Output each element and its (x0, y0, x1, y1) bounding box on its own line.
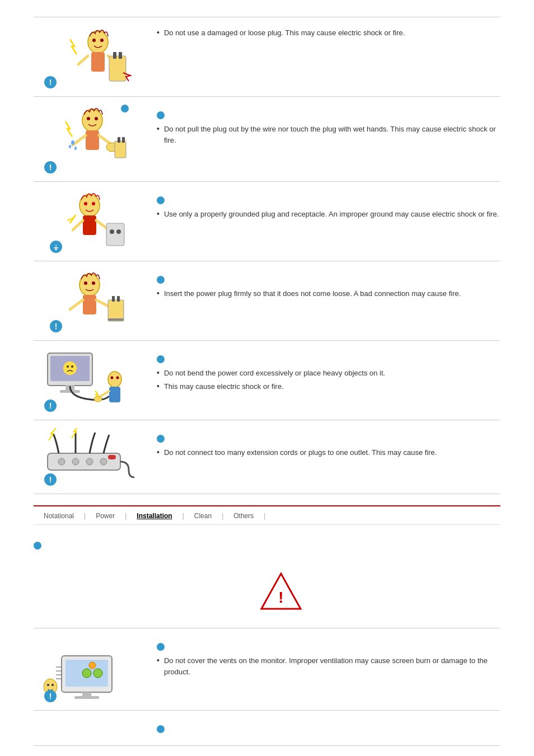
content-col: Do not bend the power cord excessively o… (151, 349, 500, 394)
svg-rect-7 (113, 52, 116, 59)
svg-rect-12 (86, 130, 99, 150)
svg-point-71 (93, 669, 102, 678)
bullet-text: Do not connect too many extension cords … (157, 447, 500, 458)
exclaim-badge: ! (44, 400, 57, 412)
svg-point-58 (100, 458, 107, 465)
svg-rect-38 (112, 296, 115, 302)
svg-point-2 (100, 39, 104, 42)
caution-power-strip-illus: ! (42, 428, 137, 486)
section-row: ! Do not pull the plug out by the wire n… (34, 97, 500, 182)
bullet-text: Do not bend the power cord excessively o… (157, 368, 500, 379)
svg-rect-16 (115, 141, 126, 158)
bullet-text: Do not cover the vents on the monitor. I… (157, 655, 500, 677)
section-row: ! Do not connect too many extension cord… (34, 420, 500, 494)
top-sections: ! Do not use a damaged or loose plug. Th… (34, 17, 500, 494)
exclaim-badge: ! (44, 690, 57, 702)
svg-point-46 (67, 365, 69, 368)
svg-rect-65 (74, 696, 99, 699)
svg-point-56 (72, 458, 79, 465)
content-col (151, 719, 500, 738)
warning-triangle-icon: ! (259, 569, 303, 614)
svg-rect-34 (83, 295, 96, 314)
blue-circle-indicator (121, 105, 129, 112)
nav-item-clean[interactable]: Clean (184, 510, 222, 522)
nav-item-notational[interactable]: Notational (34, 510, 84, 522)
content-col: Do not cover the vents on the monitor. I… (151, 636, 500, 679)
icon-col: ! (34, 25, 146, 88)
content-col: Insert the power plug firmly so that it … (151, 269, 500, 302)
section-row: ⏚ Use only a properly grounded plug and … (34, 182, 500, 261)
icon-col: ⏚ (34, 190, 146, 253)
exclaim-badge: ! (44, 161, 57, 173)
svg-rect-8 (119, 52, 122, 59)
svg-text:!: ! (278, 589, 283, 606)
svg-point-47 (71, 365, 73, 368)
blue-circle-caution (34, 542, 41, 550)
caution-header (34, 536, 500, 555)
nav-bar: Notational | Power | Installation | Clea… (34, 505, 500, 525)
svg-rect-40 (108, 318, 124, 321)
blue-circle-top (157, 643, 165, 651)
nav-item-others[interactable]: Others (223, 510, 264, 522)
svg-point-21 (69, 145, 71, 148)
caution-ground-illus: ⏚ (48, 190, 132, 253)
bullet-text: Insert the power plug firmly so that it … (157, 288, 500, 299)
caution-cord-bend-illus: ! (42, 349, 137, 412)
icon-col: ! (34, 105, 146, 173)
page-container: ! Do not use a damaged or loose plug. Th… (0, 0, 534, 756)
blue-circle-top (157, 355, 165, 363)
svg-point-48 (108, 372, 121, 387)
svg-point-24 (92, 202, 95, 205)
svg-point-32 (84, 281, 87, 285)
svg-point-50 (116, 377, 119, 379)
bullet-text: Do not use a damaged or loose plug. This… (157, 27, 500, 39)
caution-insert-plug-illus: ! (48, 269, 132, 332)
svg-point-29 (110, 229, 114, 234)
svg-rect-51 (109, 387, 120, 402)
svg-point-45 (63, 361, 77, 375)
exclaim-badge-ground: ⏚ (50, 241, 62, 253)
content-col: Do not connect too many extension cords … (151, 428, 500, 461)
nav-item-installation[interactable]: Installation (127, 510, 182, 522)
nav-wrapper: Notational | Power | Installation | Clea… (34, 505, 500, 525)
svg-rect-5 (91, 52, 105, 72)
svg-point-33 (92, 281, 95, 285)
bullet-text-2: This may cause electric shock or fire. (157, 381, 500, 392)
svg-rect-17 (118, 137, 120, 143)
svg-rect-28 (106, 223, 124, 246)
svg-point-55 (58, 458, 65, 465)
warning-triangle-section: ! (34, 555, 500, 628)
svg-line-3 (78, 56, 88, 64)
svg-point-74 (47, 684, 49, 686)
svg-rect-59 (108, 455, 116, 459)
svg-rect-25 (83, 215, 96, 235)
svg-line-35 (70, 300, 83, 309)
icon-col: ! (34, 636, 146, 702)
content-col: Do not use a damaged or loose plug. This… (151, 25, 500, 41)
svg-rect-39 (117, 296, 120, 302)
section-row: ! Do not bend the power cord excessively… (34, 341, 500, 420)
svg-point-72 (89, 662, 96, 669)
svg-line-26 (73, 220, 83, 230)
section-row: ! Insert the power plug firmly so that i… (34, 261, 500, 341)
svg-rect-6 (109, 56, 126, 81)
icon-col: ! (34, 269, 146, 332)
blue-circle-top (157, 111, 165, 119)
exclaim-badge: ! (44, 76, 57, 88)
caution-monitor-illus: ! (42, 636, 137, 702)
svg-point-57 (86, 458, 93, 465)
svg-point-19 (71, 140, 74, 145)
bottom-section-row: ! Do not cover the vents on the monitor.… (34, 628, 500, 711)
svg-point-30 (116, 229, 121, 234)
bullet-text: Do not pull the plug out by the wire nor… (157, 124, 500, 145)
svg-point-1 (92, 39, 96, 42)
icon-col: ! (34, 349, 146, 412)
svg-line-13 (73, 135, 86, 145)
caution-plug-illus: ! (42, 25, 137, 88)
svg-point-10 (87, 117, 90, 120)
svg-rect-64 (82, 692, 91, 697)
nav-item-power[interactable]: Power (86, 510, 125, 522)
caution-wet-hands-illus: ! (42, 105, 137, 173)
svg-point-11 (95, 117, 98, 120)
blue-circle-top-2 (157, 725, 165, 733)
